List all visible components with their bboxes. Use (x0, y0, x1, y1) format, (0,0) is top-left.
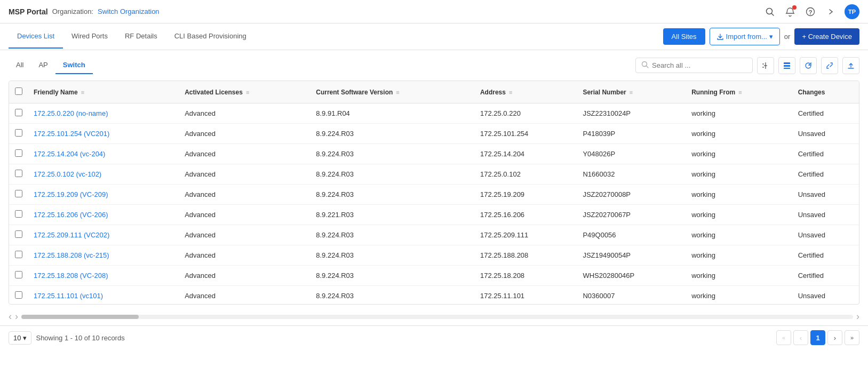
notification-icon[interactable] (784, 5, 797, 18)
friendly-name-sort-icon[interactable]: ≡ (81, 89, 84, 95)
cell-activated-licenses-5: Advanced (179, 205, 310, 225)
first-page-button[interactable]: « (776, 330, 791, 345)
cell-running-from-4: working (686, 185, 792, 205)
row-checkbox-cell (9, 103, 28, 124)
table-row: 172.25.16.206 (VC-206) Advanced 8.9.221.… (9, 205, 859, 225)
cell-serial-number-8: WHS20280046P (577, 266, 686, 286)
address-sort-icon[interactable]: ≡ (509, 89, 512, 95)
pagination: « ‹ 1 › » (776, 330, 859, 345)
all-sites-button[interactable]: All Sites (663, 28, 705, 45)
row-checkbox-0[interactable] (15, 109, 22, 116)
friendly-name-link-9[interactable]: 172.25.11.101 (vc101) (34, 292, 103, 300)
row-checkbox-cell (9, 245, 28, 266)
app-brand: MSP Portal (9, 7, 48, 16)
page-1-button[interactable]: 1 (810, 330, 825, 345)
last-page-button[interactable]: » (845, 330, 859, 345)
cell-software-version-1: 8.9.224.R03 (310, 124, 475, 144)
search-box (635, 58, 753, 73)
search-input[interactable] (652, 61, 747, 69)
friendly-name-link-4[interactable]: 172.25.19.209 (VC-209) (34, 190, 108, 198)
cell-serial-number-1: P418039P (577, 124, 686, 144)
horizontal-scrollbar[interactable] (21, 315, 853, 319)
cell-friendly-name-5: 172.25.16.206 (VC-206) (28, 205, 179, 225)
org-label: Organization: (52, 7, 93, 15)
friendly-name-link-3[interactable]: 172.25.0.102 (vc-102) (34, 170, 101, 178)
serial-number-sort-icon[interactable]: ≡ (630, 89, 633, 95)
running-from-sort-icon[interactable]: ≡ (738, 89, 742, 95)
prev-page-button[interactable]: ‹ (793, 330, 808, 345)
main-tabs: Devices List Wired Ports RF Details CLI … (9, 25, 255, 49)
column-adjust-button[interactable] (757, 57, 774, 74)
header-activated-licenses: Activated Licenses ≡ (179, 81, 310, 103)
cell-changes-2: Certified (793, 144, 859, 164)
cell-serial-number-5: JSZ20270067P (577, 205, 686, 225)
svg-rect-12 (784, 68, 790, 69)
row-checkbox-3[interactable] (15, 170, 22, 177)
scroll-right-icon[interactable]: › (15, 311, 18, 322)
arrow-icon[interactable] (824, 5, 837, 18)
svg-point-0 (767, 8, 773, 14)
avatar[interactable]: TP (845, 4, 859, 19)
refresh-button[interactable] (800, 57, 817, 74)
footer-left: 10 ▾ Showing 1 - 10 of 10 records (9, 331, 125, 345)
svg-rect-10 (784, 62, 790, 64)
cell-serial-number-3: N1660032 (577, 164, 686, 185)
filter-switch[interactable]: Switch (55, 57, 93, 74)
friendly-name-link-2[interactable]: 172.25.14.204 (vc-204) (34, 150, 105, 158)
row-checkbox-5[interactable] (15, 210, 22, 218)
cell-changes-9: Unsaved (793, 286, 859, 305)
row-checkbox-7[interactable] (15, 251, 22, 258)
help-icon[interactable]: ? (804, 5, 817, 18)
row-checkbox-cell (9, 266, 28, 286)
row-checkbox-cell (9, 205, 28, 225)
tab-cli-provisioning[interactable]: CLI Based Provisioning (166, 25, 255, 49)
search-nav-icon[interactable] (763, 5, 776, 18)
cell-software-version-0: 8.9.91.R04 (310, 103, 475, 124)
row-checkbox-9[interactable] (15, 291, 22, 299)
filter-all[interactable]: All (9, 57, 31, 74)
row-checkbox-6[interactable] (15, 230, 22, 238)
row-checkbox-4[interactable] (15, 190, 22, 197)
select-all-checkbox[interactable] (15, 87, 22, 95)
activated-licenses-sort-icon[interactable]: ≡ (246, 89, 249, 95)
cell-friendly-name-1: 172.25.101.254 (VC201) (28, 124, 179, 144)
cell-activated-licenses-2: Advanced (179, 144, 310, 164)
switch-org-link[interactable]: Switch Organization (98, 7, 160, 15)
cell-activated-licenses-6: Advanced (179, 225, 310, 245)
cell-serial-number-7: JSZ19490054P (577, 245, 686, 266)
upload-button[interactable] (842, 57, 859, 74)
friendly-name-link-5[interactable]: 172.25.16.206 (VC-206) (34, 211, 108, 219)
cell-running-from-2: working (686, 144, 792, 164)
import-button[interactable]: Import from... ▾ (710, 28, 780, 45)
row-checkbox-8[interactable] (15, 271, 22, 278)
create-device-button[interactable]: + Create Device (794, 28, 859, 45)
friendly-name-link-8[interactable]: 172.25.18.208 (VC-208) (34, 272, 108, 280)
software-version-sort-icon[interactable]: ≡ (396, 89, 399, 95)
header-address: Address ≡ (475, 81, 577, 103)
friendly-name-link-1[interactable]: 172.25.101.254 (VC201) (34, 130, 109, 138)
cell-activated-licenses-3: Advanced (179, 164, 310, 185)
per-page-select[interactable]: 10 ▾ (9, 331, 31, 345)
row-checkbox-1[interactable] (15, 129, 22, 137)
row-checkbox-2[interactable] (15, 149, 22, 157)
cell-changes-8: Certified (793, 266, 859, 286)
table-row: 172.25.101.254 (VC201) Advanced 8.9.224.… (9, 124, 859, 144)
tab-wired-ports[interactable]: Wired Ports (63, 25, 116, 49)
friendly-name-link-7[interactable]: 172.25.188.208 (vc-215) (34, 251, 109, 259)
cell-friendly-name-3: 172.25.0.102 (vc-102) (28, 164, 179, 185)
cell-friendly-name-4: 172.25.19.209 (VC-209) (28, 185, 179, 205)
friendly-name-link-0[interactable]: 172.25.0.220 (no-name) (34, 109, 108, 117)
scroll-left-icon[interactable]: ‹ (9, 311, 12, 322)
scrollbar-thumb[interactable] (21, 315, 139, 319)
expand-button[interactable] (821, 57, 838, 74)
friendly-name-link-6[interactable]: 172.25.209.111 (VC202) (34, 231, 109, 239)
top-nav-right: ? TP (763, 4, 859, 19)
tab-devices-list[interactable]: Devices List (9, 25, 63, 49)
scroll-far-right-icon[interactable]: › (856, 311, 859, 322)
filter-ap[interactable]: AP (31, 57, 55, 74)
next-page-button[interactable]: › (827, 330, 842, 345)
tab-rf-details[interactable]: RF Details (116, 25, 166, 49)
cell-changes-7: Certified (793, 245, 859, 266)
table-view-button[interactable] (778, 57, 795, 74)
cell-serial-number-9: N0360007 (577, 286, 686, 305)
